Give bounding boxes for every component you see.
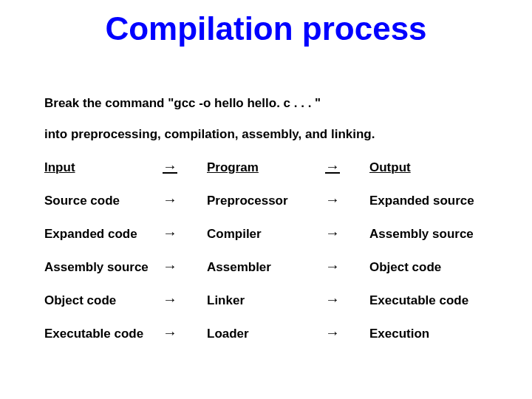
slide-body: Break the command "gcc -o hello hello. c… xyxy=(44,96,495,358)
arrow-icon: → xyxy=(325,258,369,275)
table-header-row: Input → Program → Output xyxy=(44,158,495,175)
header-output: Output xyxy=(369,160,495,175)
cell-output: Execution xyxy=(369,327,495,341)
arrow-icon: → xyxy=(163,225,207,242)
slide: Compilation process Break the command "g… xyxy=(0,0,532,399)
cell-program: Compiler xyxy=(207,227,325,242)
table-row: Expanded code → Compiler → Assembly sour… xyxy=(44,225,495,242)
cell-program: Linker xyxy=(207,293,325,308)
cell-input: Expanded code xyxy=(44,227,163,242)
cell-input: Source code xyxy=(44,194,163,208)
cell-program: Preprocessor xyxy=(207,194,325,208)
cell-input: Object code xyxy=(44,293,163,308)
arrow-icon: → xyxy=(163,191,207,208)
cell-input: Assembly source xyxy=(44,260,163,275)
cell-output: Object code xyxy=(369,260,495,275)
cell-output: Expanded source xyxy=(369,194,495,208)
cell-output: Assembly source xyxy=(369,227,495,242)
table-row: Source code → Preprocessor → Expanded so… xyxy=(44,191,495,208)
intro-line-1: Break the command "gcc -o hello hello. c… xyxy=(44,96,495,111)
arrow-icon: → xyxy=(163,324,207,341)
cell-input: Executable code xyxy=(44,327,163,341)
process-table: Input → Program → Output Source code → P… xyxy=(44,158,495,341)
arrow-icon: → xyxy=(163,258,207,275)
table-row: Object code → Linker → Executable code xyxy=(44,291,495,308)
arrow-icon: → xyxy=(163,291,207,308)
arrow-icon: → xyxy=(325,191,369,208)
cell-program: Assembler xyxy=(207,260,325,275)
intro-line-2: into preprocessing, compilation, assembl… xyxy=(44,127,495,142)
slide-title: Compilation process xyxy=(0,10,532,47)
arrow-icon: → xyxy=(325,158,369,175)
arrow-icon: → xyxy=(163,158,207,175)
cell-program: Loader xyxy=(207,327,325,341)
table-row: Assembly source → Assembler → Object cod… xyxy=(44,258,495,275)
header-program: Program xyxy=(207,160,325,175)
cell-output: Executable code xyxy=(369,293,495,308)
arrow-icon: → xyxy=(325,225,369,242)
table-row: Executable code → Loader → Execution xyxy=(44,324,495,341)
header-input: Input xyxy=(44,160,163,175)
arrow-icon: → xyxy=(325,291,369,308)
arrow-icon: → xyxy=(325,324,369,341)
